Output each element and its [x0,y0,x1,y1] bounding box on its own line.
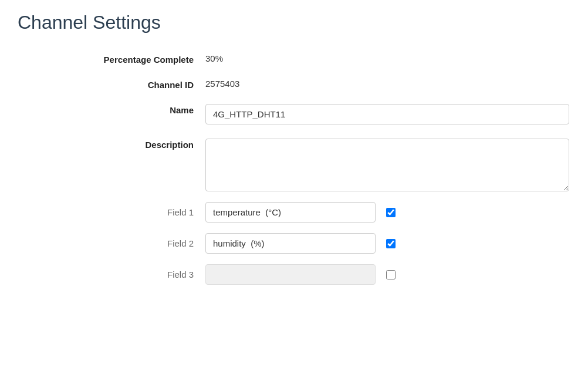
field3-label: Field 3 [18,269,205,279]
name-label: Name [18,100,205,115]
channel-id-value: 2575403 [205,79,239,89]
description-textarea[interactable] [205,139,569,191]
field3-input[interactable] [205,264,376,285]
name-input[interactable] [205,104,569,124]
field1-label: Field 1 [18,207,205,217]
field2-label: Field 2 [18,238,205,248]
description-label: Description [18,135,205,150]
field1-checkbox[interactable] [386,208,396,217]
field1-input[interactable] [205,202,376,223]
field2-checkbox[interactable] [386,239,396,248]
percentage-complete-value: 30% [205,53,223,63]
field3-checkbox[interactable] [386,270,396,279]
field2-input[interactable] [205,233,376,254]
page-title: Channel Settings [18,12,570,33]
channel-id-label: Channel ID [18,75,205,90]
percentage-complete-label: Percentage Complete [18,50,205,65]
